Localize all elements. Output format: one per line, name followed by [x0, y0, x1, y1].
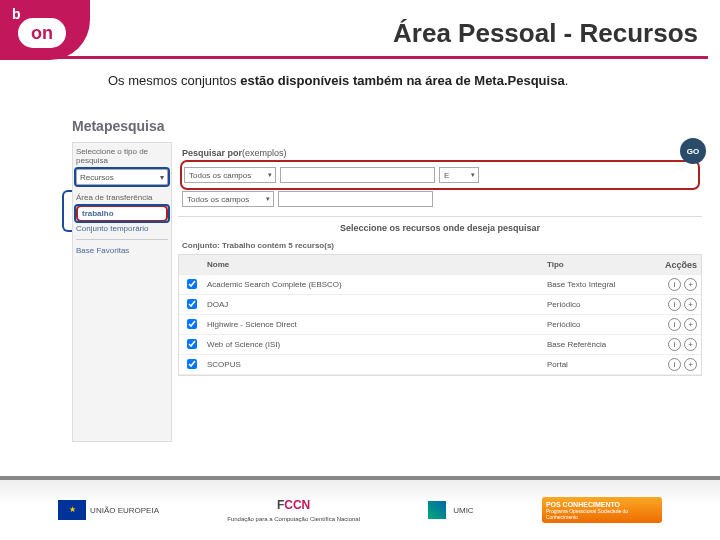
footer-pos: POS CONHECIMENTO Programa Operacional So… [542, 497, 662, 523]
search-input-2[interactable] [278, 191, 433, 207]
row-name[interactable]: Web of Science (ISI) [207, 340, 541, 349]
sidebar-item-conjunto-temp[interactable]: Conjunto temporário [76, 223, 168, 234]
pos-title: POS CONHECIMENTO [546, 501, 658, 508]
footer-umic: UMIC [428, 501, 473, 519]
table-header: Nome Tipo Acções [179, 255, 701, 275]
umic-icon [428, 501, 446, 519]
row-name[interactable]: Highwire - Science Direct [207, 320, 541, 329]
sidebar-select-label: Seleccione o tipo de pesquisa [76, 147, 168, 165]
row-checkbox[interactable] [187, 359, 197, 369]
brand-logo: b on [0, 0, 90, 60]
search-tab-text: Pesquisar por [182, 148, 242, 158]
conjunto-summary: Conjunto: Trabalho contém 5 recurso(s) [182, 241, 702, 250]
row-name[interactable]: SCOPUS [207, 360, 541, 369]
info-icon[interactable]: i [668, 318, 681, 331]
col-name: Nome [207, 260, 541, 269]
resources-table: Nome Tipo Acções Academic Search Complet… [178, 254, 702, 376]
intro-pre: Os mesmos conjuntos [108, 73, 240, 88]
add-icon[interactable]: + [684, 318, 697, 331]
add-icon[interactable]: + [684, 358, 697, 371]
main-panel: Pesquisar por(exemplos) Todos os campos … [178, 142, 702, 442]
sidebar-divider [76, 239, 168, 240]
go-button[interactable]: GO [680, 138, 706, 164]
footer: UNIÃO EUROPEIA FCCN Fundação para a Comp… [0, 476, 720, 540]
col-actions: Acções [653, 260, 697, 270]
add-icon[interactable]: + [684, 298, 697, 311]
title-divider [12, 56, 708, 59]
info-icon[interactable]: i [668, 298, 681, 311]
table-row: Academic Search Complete (EBSCO) Base Te… [179, 275, 701, 295]
sidebar-area-label: Área de transferência [76, 193, 168, 202]
search-input-1[interactable] [280, 167, 435, 183]
fccn-logo: FCCN [277, 498, 310, 512]
row-type: Base Referência [547, 340, 647, 349]
row-name[interactable]: Academic Search Complete (EBSCO) [207, 280, 541, 289]
metapesquisa-heading: Metapesquisa [72, 118, 702, 134]
add-icon[interactable]: + [684, 278, 697, 291]
row-type: Periódico [547, 300, 647, 309]
sidebar-type-select[interactable]: Recursos ▾ [76, 169, 168, 185]
operator-select[interactable]: E [439, 167, 479, 183]
footer-eu-label: UNIÃO EUROPEIA [90, 506, 159, 515]
logo-b: b [12, 6, 21, 22]
sidebar-trabalho-highlight: trabalho [76, 206, 168, 221]
chevron-down-icon: ▾ [160, 173, 164, 182]
row-checkbox[interactable] [187, 279, 197, 289]
col-type: Tipo [547, 260, 647, 269]
sidebar: Seleccione o tipo de pesquisa Recursos ▾… [72, 142, 172, 442]
sidebar-type-value: Recursos [80, 173, 114, 182]
fccn-sub: Fundação para a Computação Científica Na… [227, 516, 360, 522]
search-row-1-highlight: Todos os campos E [182, 162, 698, 188]
footer-eu: UNIÃO EUROPEIA [58, 500, 159, 520]
row-type: Base Texto Integral [547, 280, 647, 289]
eu-flag-icon [58, 500, 86, 520]
intro-text: Os mesmos conjuntos estão disponíveis ta… [108, 72, 680, 90]
sidebar-item-trabalho[interactable]: trabalho [78, 207, 166, 220]
search-block: Pesquisar por(exemplos) Todos os campos … [178, 142, 702, 217]
search-tab-example: (exemplos) [242, 148, 287, 158]
info-icon[interactable]: i [668, 358, 681, 371]
row-type: Periódico [547, 320, 647, 329]
pos-sub: Programa Operacional Sociedade do Conhec… [546, 508, 658, 520]
row-checkbox[interactable] [187, 319, 197, 329]
info-icon[interactable]: i [668, 338, 681, 351]
sidebar-item-base-favoritas[interactable]: Base Favoritas [76, 245, 168, 256]
row-checkbox[interactable] [187, 339, 197, 349]
footer-fccn: FCCN Fundação para a Computação Científi… [227, 498, 360, 522]
table-row: DOAJ Periódico i+ [179, 295, 701, 315]
field-select-2[interactable]: Todos os campos [182, 191, 274, 207]
field-select-1[interactable]: Todos os campos [184, 167, 276, 183]
row-name[interactable]: DOAJ [207, 300, 541, 309]
add-icon[interactable]: + [684, 338, 697, 351]
intro-post: . [565, 73, 569, 88]
umic-label: UMIC [453, 506, 473, 515]
row-type: Portal [547, 360, 647, 369]
logo-on: on [18, 18, 66, 48]
select-resources-label: Seleccione os recursos onde deseja pesqu… [178, 223, 702, 233]
search-tab-label: Pesquisar por(exemplos) [182, 148, 698, 158]
table-row: Web of Science (ISI) Base Referência i+ [179, 335, 701, 355]
info-icon[interactable]: i [668, 278, 681, 291]
table-row: Highwire - Science Direct Periódico i+ [179, 315, 701, 335]
row-checkbox[interactable] [187, 299, 197, 309]
intro-bold: estão disponíveis também na área de Meta… [240, 73, 564, 88]
screenshot-area: Metapesquisa Seleccione o tipo de pesqui… [72, 118, 702, 450]
table-row: SCOPUS Portal i+ [179, 355, 701, 375]
search-row-2: Todos os campos [182, 191, 698, 207]
page-title: Área Pessoal - Recursos [393, 18, 698, 49]
